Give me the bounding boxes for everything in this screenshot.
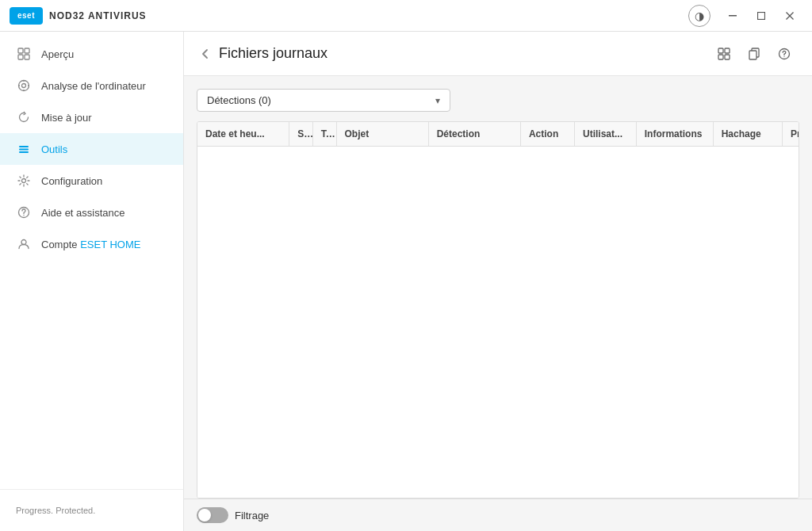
th-s[interactable]: S... (289, 122, 313, 146)
help-action-button[interactable] (772, 42, 796, 66)
window-controls: ◑ (688, 5, 802, 27)
svg-point-8 (19, 81, 29, 91)
filtrage-toggle-container: Filtrage (197, 507, 269, 523)
svg-rect-1 (758, 12, 765, 19)
th-action[interactable]: Action (521, 122, 575, 146)
svg-point-19 (23, 215, 24, 216)
help-circle-icon (16, 204, 32, 220)
page-title: Fichiers journaux (219, 45, 712, 62)
th-detection[interactable]: Détection (429, 122, 521, 146)
sidebar-item-analyse[interactable]: Analyse de l'ordinateur (0, 70, 183, 101)
sidebar-label-miseajour: Mise à jour (41, 112, 92, 124)
back-button[interactable] (200, 48, 211, 59)
sidebar-label-compte: Compte ESET HOME (41, 239, 140, 250)
svg-point-20 (21, 240, 26, 245)
svg-rect-4 (18, 48, 23, 53)
log-table: Date et heu... S... T... Objet Détection (197, 121, 799, 499)
svg-rect-16 (19, 151, 29, 153)
grid-icon (16, 46, 32, 62)
tools-icon (16, 141, 32, 157)
th-informations[interactable]: Informations (637, 122, 714, 146)
svg-rect-7 (25, 55, 29, 59)
log-type-dropdown[interactable]: Détections (0) ▾ (197, 89, 450, 112)
sidebar-label-configuration: Configuration (41, 175, 102, 187)
svg-rect-21 (718, 48, 723, 53)
th-date[interactable]: Date et heu... (197, 122, 289, 146)
minimize-button[interactable] (720, 5, 745, 27)
content-area: Fichiers journaux (184, 32, 812, 531)
status-text: Progress. Protected. (0, 499, 183, 521)
titlebar: eset NOD32 ANTIVIRUS ◑ (0, 0, 812, 32)
dropdown-wrapper: Détections (0) ▾ (197, 89, 799, 112)
app-name: NOD32 ANTIVIRUS (49, 10, 147, 21)
refresh-icon (16, 109, 32, 125)
sidebar-item-aide[interactable]: Aide et assistance (0, 197, 183, 228)
person-icon (16, 236, 32, 252)
app-logo: eset NOD32 ANTIVIRUS (10, 7, 147, 25)
svg-rect-23 (718, 55, 723, 59)
svg-rect-15 (19, 149, 29, 151)
svg-point-17 (22, 179, 26, 183)
sidebar-item-apercu[interactable]: Aperçu (0, 38, 183, 70)
sidebar: Aperçu Analyse de l'ordinateur (0, 32, 184, 531)
eset-logo-badge: eset (10, 7, 43, 25)
sidebar-item-configuration[interactable]: Configuration (0, 165, 183, 197)
chevron-down-icon: ▾ (435, 95, 440, 106)
gear-icon (16, 173, 32, 189)
th-hachage[interactable]: Hachage (714, 122, 783, 146)
content-header: Fichiers journaux (184, 32, 812, 76)
grid-action-button[interactable] (712, 42, 736, 66)
theme-toggle-button[interactable]: ◑ (688, 5, 710, 27)
th-objet[interactable]: Objet (337, 122, 429, 146)
filtrage-label: Filtrage (235, 510, 269, 521)
svg-rect-5 (25, 48, 29, 53)
svg-rect-14 (19, 146, 29, 147)
svg-rect-0 (729, 15, 737, 17)
svg-rect-6 (18, 55, 23, 59)
sidebar-item-miseajour[interactable]: Mise à jour (0, 101, 183, 133)
th-utilisat[interactable]: Utilisat... (575, 122, 637, 146)
sidebar-label-analyse: Analyse de l'ordinateur (41, 80, 146, 92)
main-layout: Aperçu Analyse de l'ordinateur (0, 32, 812, 531)
svg-rect-26 (749, 51, 756, 59)
svg-point-9 (22, 84, 26, 88)
svg-rect-22 (725, 48, 730, 53)
content-body: Détections (0) ▾ Date et heu... S... T..… (184, 76, 812, 499)
maximize-button[interactable] (749, 5, 774, 27)
scan-icon (16, 78, 32, 94)
th-t[interactable]: T... (313, 122, 337, 146)
close-button[interactable] (777, 5, 802, 27)
header-actions (712, 42, 796, 66)
svg-rect-24 (725, 55, 730, 59)
th-pre[interactable]: Pre... (783, 122, 799, 146)
bottom-bar: Filtrage (184, 499, 812, 531)
table-header: Date et heu... S... T... Objet Détection (197, 122, 799, 147)
sidebar-label-apercu: Aperçu (41, 48, 74, 60)
copy-action-button[interactable] (742, 42, 766, 66)
sidebar-item-outils[interactable]: Outils (0, 133, 183, 165)
sidebar-footer: Progress. Protected. (0, 489, 183, 531)
dropdown-value: Détections (0) (207, 94, 271, 106)
sidebar-item-compte[interactable]: Compte ESET HOME (0, 228, 183, 260)
table-body (197, 147, 799, 498)
sidebar-label-aide: Aide et assistance (41, 207, 125, 219)
svg-point-28 (783, 55, 784, 56)
filtrage-toggle[interactable] (197, 507, 228, 523)
toggle-knob (198, 509, 211, 521)
sidebar-label-outils: Outils (41, 143, 67, 155)
